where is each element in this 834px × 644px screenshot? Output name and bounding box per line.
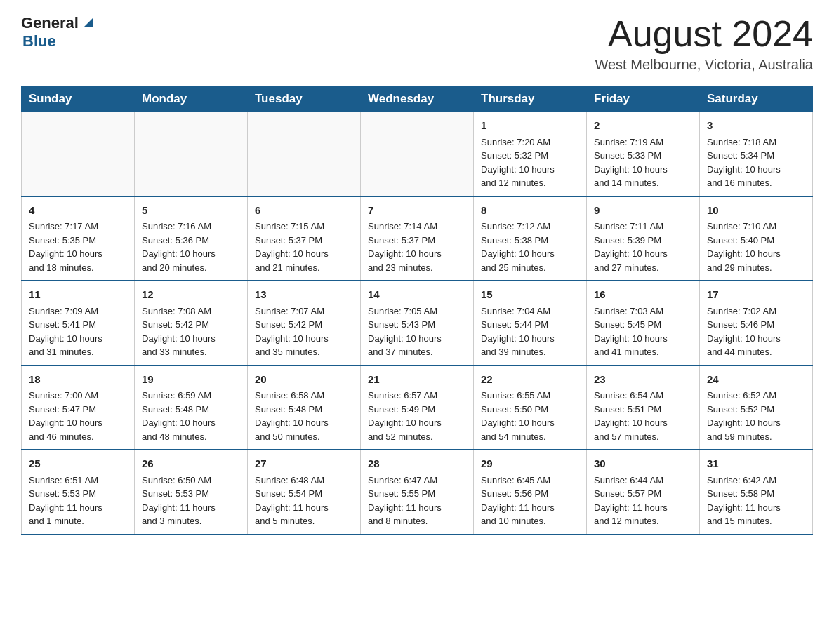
day-number: 31 [707,456,805,472]
day-info: Sunrise: 7:02 AMSunset: 5:46 PMDaylight:… [707,304,805,359]
day-info: Sunrise: 7:03 AMSunset: 5:45 PMDaylight:… [594,304,692,359]
day-info: Sunrise: 7:16 AMSunset: 5:36 PMDaylight:… [142,220,240,274]
calendar-cell [248,112,361,196]
day-info: Sunrise: 7:09 AMSunset: 5:41 PMDaylight:… [29,304,127,359]
day-number: 6 [255,203,353,219]
day-info: Sunrise: 7:18 AMSunset: 5:34 PMDaylight:… [707,135,805,190]
calendar-cell: 6Sunrise: 7:15 AMSunset: 5:37 PMDaylight… [248,196,361,281]
day-number: 30 [594,456,692,472]
logo-triangle-icon [81,15,96,30]
day-number: 19 [142,372,240,388]
day-number: 3 [707,118,805,134]
calendar-cell: 22Sunrise: 6:55 AMSunset: 5:50 PMDayligh… [474,365,587,450]
day-number: 4 [29,203,127,219]
calendar-cell: 1Sunrise: 7:20 AMSunset: 5:32 PMDaylight… [474,112,587,196]
calendar-cell: 27Sunrise: 6:48 AMSunset: 5:54 PMDayligh… [248,450,361,535]
day-number: 23 [594,372,692,388]
day-info: Sunrise: 6:51 AMSunset: 5:53 PMDaylight:… [29,474,127,528]
calendar-cell: 13Sunrise: 7:07 AMSunset: 5:42 PMDayligh… [248,281,361,365]
calendar-cell: 17Sunrise: 7:02 AMSunset: 5:46 PMDayligh… [700,281,813,365]
col-saturday: Saturday [700,86,813,112]
col-sunday: Sunday [22,86,135,112]
calendar-cell: 2Sunrise: 7:19 AMSunset: 5:33 PMDaylight… [587,112,700,196]
col-wednesday: Wednesday [361,86,474,112]
calendar-cell: 19Sunrise: 6:59 AMSunset: 5:48 PMDayligh… [135,365,248,450]
calendar-cell: 29Sunrise: 6:45 AMSunset: 5:56 PMDayligh… [474,450,587,535]
col-thursday: Thursday [474,86,587,112]
day-info: Sunrise: 6:55 AMSunset: 5:50 PMDaylight:… [481,389,579,443]
day-number: 9 [594,203,692,219]
calendar-cell: 31Sunrise: 6:42 AMSunset: 5:58 PMDayligh… [700,450,813,535]
calendar-week-row: 25Sunrise: 6:51 AMSunset: 5:53 PMDayligh… [22,450,813,535]
day-number: 17 [707,287,805,303]
day-info: Sunrise: 7:08 AMSunset: 5:42 PMDaylight:… [142,304,240,359]
calendar-cell: 23Sunrise: 6:54 AMSunset: 5:51 PMDayligh… [587,365,700,450]
day-info: Sunrise: 7:10 AMSunset: 5:40 PMDaylight:… [707,220,805,274]
day-info: Sunrise: 6:58 AMSunset: 5:48 PMDaylight:… [255,389,353,443]
calendar-cell: 30Sunrise: 6:44 AMSunset: 5:57 PMDayligh… [587,450,700,535]
calendar-cell: 9Sunrise: 7:11 AMSunset: 5:39 PMDaylight… [587,196,700,281]
day-info: Sunrise: 6:50 AMSunset: 5:53 PMDaylight:… [142,474,240,528]
day-info: Sunrise: 7:04 AMSunset: 5:44 PMDaylight:… [481,304,579,359]
calendar-cell: 3Sunrise: 7:18 AMSunset: 5:34 PMDaylight… [700,112,813,196]
col-friday: Friday [587,86,700,112]
day-number: 22 [481,372,579,388]
calendar-cell: 12Sunrise: 7:08 AMSunset: 5:42 PMDayligh… [135,281,248,365]
col-monday: Monday [135,86,248,112]
day-info: Sunrise: 7:17 AMSunset: 5:35 PMDaylight:… [29,220,127,274]
calendar-cell: 21Sunrise: 6:57 AMSunset: 5:49 PMDayligh… [361,365,474,450]
calendar-cell: 11Sunrise: 7:09 AMSunset: 5:41 PMDayligh… [22,281,135,365]
day-info: Sunrise: 7:15 AMSunset: 5:37 PMDaylight:… [255,220,353,274]
logo-blue-text: Blue [22,32,56,51]
calendar-cell: 24Sunrise: 6:52 AMSunset: 5:52 PMDayligh… [700,365,813,450]
calendar-cell: 16Sunrise: 7:03 AMSunset: 5:45 PMDayligh… [587,281,700,365]
calendar-cell [22,112,135,196]
page-header: General Blue August 2024 West Melbourne,… [21,14,813,73]
calendar-cell: 14Sunrise: 7:05 AMSunset: 5:43 PMDayligh… [361,281,474,365]
day-info: Sunrise: 7:11 AMSunset: 5:39 PMDaylight:… [594,220,692,274]
col-tuesday: Tuesday [248,86,361,112]
calendar-cell: 26Sunrise: 6:50 AMSunset: 5:53 PMDayligh… [135,450,248,535]
calendar-cell: 10Sunrise: 7:10 AMSunset: 5:40 PMDayligh… [700,196,813,281]
day-info: Sunrise: 6:57 AMSunset: 5:49 PMDaylight:… [368,389,466,443]
calendar-week-row: 4Sunrise: 7:17 AMSunset: 5:35 PMDaylight… [22,196,813,281]
logo: General Blue [21,14,96,51]
day-info: Sunrise: 6:59 AMSunset: 5:48 PMDaylight:… [142,389,240,443]
day-info: Sunrise: 7:12 AMSunset: 5:38 PMDaylight:… [481,220,579,274]
day-number: 14 [368,287,466,303]
day-info: Sunrise: 7:20 AMSunset: 5:32 PMDaylight:… [481,135,579,190]
day-number: 18 [29,372,127,388]
day-info: Sunrise: 6:45 AMSunset: 5:56 PMDaylight:… [481,474,579,528]
day-number: 2 [594,118,692,134]
day-info: Sunrise: 7:05 AMSunset: 5:43 PMDaylight:… [368,304,466,359]
calendar-cell: 15Sunrise: 7:04 AMSunset: 5:44 PMDayligh… [474,281,587,365]
calendar-week-row: 11Sunrise: 7:09 AMSunset: 5:41 PMDayligh… [22,281,813,365]
day-number: 12 [142,287,240,303]
day-number: 27 [255,456,353,472]
calendar-cell [361,112,474,196]
day-number: 11 [29,287,127,303]
calendar-cell: 5Sunrise: 7:16 AMSunset: 5:36 PMDaylight… [135,196,248,281]
day-number: 15 [481,287,579,303]
day-info: Sunrise: 6:52 AMSunset: 5:52 PMDaylight:… [707,389,805,443]
day-number: 28 [368,456,466,472]
day-number: 8 [481,203,579,219]
svg-marker-0 [84,18,93,27]
calendar-cell: 28Sunrise: 6:47 AMSunset: 5:55 PMDayligh… [361,450,474,535]
day-number: 13 [255,287,353,303]
calendar-week-row: 1Sunrise: 7:20 AMSunset: 5:32 PMDaylight… [22,112,813,196]
day-info: Sunrise: 6:47 AMSunset: 5:55 PMDaylight:… [368,474,466,528]
day-number: 16 [594,287,692,303]
day-number: 29 [481,456,579,472]
day-number: 20 [255,372,353,388]
day-number: 1 [481,118,579,134]
day-info: Sunrise: 7:00 AMSunset: 5:47 PMDaylight:… [29,389,127,443]
calendar-cell: 4Sunrise: 7:17 AMSunset: 5:35 PMDaylight… [22,196,135,281]
calendar-table: Sunday Monday Tuesday Wednesday Thursday… [21,86,813,535]
day-info: Sunrise: 6:44 AMSunset: 5:57 PMDaylight:… [594,474,692,528]
day-number: 25 [29,456,127,472]
calendar-header-row: Sunday Monday Tuesday Wednesday Thursday… [22,86,813,112]
calendar-week-row: 18Sunrise: 7:00 AMSunset: 5:47 PMDayligh… [22,365,813,450]
day-number: 26 [142,456,240,472]
calendar-cell: 8Sunrise: 7:12 AMSunset: 5:38 PMDaylight… [474,196,587,281]
